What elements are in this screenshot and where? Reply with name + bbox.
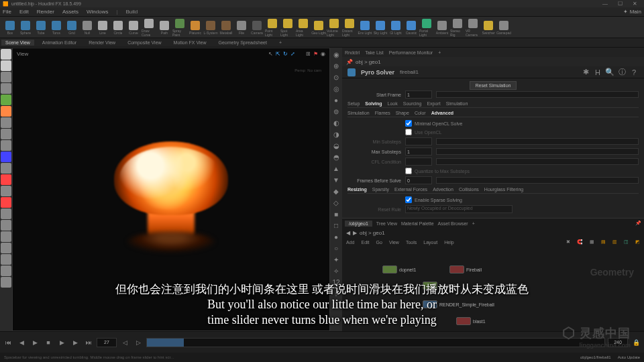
tab-simulation[interactable]: Simulation xyxy=(446,101,468,106)
tab-sourcing[interactable]: Sourcing xyxy=(403,101,422,106)
play-last-button[interactable]: ⏭ xyxy=(83,337,94,348)
play-stop-button[interactable]: ■ xyxy=(43,337,54,348)
help-icon[interactable]: ? xyxy=(629,68,639,77)
right-tool-8[interactable]: ◒ xyxy=(331,140,341,151)
net-tab-add[interactable]: + xyxy=(472,221,475,226)
minimize-button[interactable]: — xyxy=(598,1,612,7)
left-tool-1[interactable] xyxy=(1,60,11,71)
tab-sparsity[interactable]: Sparsity xyxy=(372,187,389,192)
tab-collisions[interactable]: Collisions xyxy=(459,187,479,192)
maximize-button[interactable]: ☐ xyxy=(613,1,627,7)
right-tool-2[interactable]: ⊙ xyxy=(331,72,341,82)
left-tool-9[interactable] xyxy=(1,152,11,162)
right-tool-1[interactable]: ⊕ xyxy=(331,60,341,71)
right-tool-18[interactable]: ✦ xyxy=(331,254,341,265)
tab-animation-editor[interactable]: Animation Editor xyxy=(38,40,80,46)
left-tool-10[interactable] xyxy=(1,163,11,174)
left-tool-6[interactable] xyxy=(1,117,11,128)
right-tool-19[interactable]: ✧ xyxy=(331,265,341,276)
max-substeps-input[interactable] xyxy=(405,147,432,156)
tab-advection[interactable]: Advection xyxy=(433,187,453,192)
left-tool-17[interactable] xyxy=(1,243,11,253)
shelf-file[interactable]: File xyxy=(234,18,249,37)
right-tool-10[interactable]: ▲ xyxy=(331,163,341,174)
net-view[interactable]: View xyxy=(389,240,399,245)
time-slider[interactable] xyxy=(146,338,605,347)
grid-icon[interactable]: ▦ xyxy=(590,239,594,245)
wrench-icon[interactable]: ✖ xyxy=(566,239,570,245)
tab-shape[interactable]: Shape xyxy=(396,111,409,115)
left-tool-14[interactable] xyxy=(1,208,11,219)
layout-icon[interactable]: ▥ xyxy=(612,239,617,245)
node-render_simple_fireball[interactable]: RENDER_Simple_Fireball xyxy=(423,300,494,308)
param-path[interactable]: obj > geo1 xyxy=(356,59,381,65)
list-icon[interactable]: ▤ xyxy=(601,239,606,245)
net-pin-icon[interactable]: 📌 xyxy=(635,221,641,226)
h-icon[interactable]: H xyxy=(593,68,602,77)
tab-advanced[interactable]: Advanced xyxy=(431,111,453,115)
net-layout[interactable]: Layout xyxy=(423,240,437,245)
tab-export[interactable]: Export xyxy=(427,101,440,106)
reset-simulation-button[interactable]: Reset Simulation xyxy=(470,81,517,90)
info-icon[interactable]: ⓘ xyxy=(617,68,627,77)
shelf-box[interactable]: Box xyxy=(3,18,17,37)
tab-setup[interactable]: Setup xyxy=(347,101,360,106)
left-tool-2[interactable] xyxy=(1,72,11,82)
shelf-l-system[interactable]: L-System xyxy=(203,18,218,37)
network-path[interactable]: obj > geo1 xyxy=(360,230,385,236)
shelf-spray-paint[interactable]: Spray Paint xyxy=(172,18,187,37)
shelf-ambient[interactable]: Ambient xyxy=(435,18,449,37)
shelf-gi-light[interactable]: GI Light xyxy=(388,18,403,37)
right-tool-9[interactable]: ◓ xyxy=(331,152,341,162)
node-name[interactable]: fireball1 xyxy=(400,69,419,75)
rotate-icon[interactable]: ↻ xyxy=(283,51,288,57)
tab-ext-forces[interactable]: External Forces xyxy=(394,187,427,192)
desktop-main[interactable]: ✦ Main xyxy=(623,9,641,15)
shelf-tube[interactable]: Tube xyxy=(34,18,48,37)
net-fwd-icon[interactable]: ▶ xyxy=(353,230,357,236)
menu-assets[interactable]: Assets xyxy=(62,9,78,15)
select-icon[interactable]: ↖ xyxy=(268,51,273,57)
right-tool-15[interactable]: □ xyxy=(331,220,341,231)
right-tool-17[interactable]: ○ xyxy=(331,243,341,253)
play-reverse-button[interactable]: ▶ xyxy=(30,337,40,348)
auto-update-toggle[interactable]: Auto Update xyxy=(618,355,640,359)
shelf-curve[interactable]: Curve xyxy=(126,18,141,37)
shelf-area-light[interactable]: Area Light xyxy=(296,18,311,37)
frames-before-input[interactable] xyxy=(405,176,432,184)
tab-perf-monitor[interactable]: Performance Monitor xyxy=(389,50,433,55)
right-tool-14[interactable]: ■ xyxy=(331,208,341,219)
tab-render-view[interactable]: Render View xyxy=(85,40,119,46)
net-tab-obj[interactable]: /obj/geo1 xyxy=(345,221,372,227)
shelf-circle[interactable]: Circle xyxy=(111,18,125,37)
view1-icon[interactable]: ◫ xyxy=(624,239,629,245)
shelf-point-light[interactable]: Point Light xyxy=(265,18,280,37)
tab-look[interactable]: Look xyxy=(388,101,398,106)
quantize-checkbox[interactable] xyxy=(405,168,412,174)
scale-icon[interactable]: ⤢ xyxy=(290,51,295,57)
reset-rule-value[interactable]: Newly Occupied or Deoccupied xyxy=(405,205,513,213)
shelf-env-light[interactable]: Env Light xyxy=(358,18,372,37)
right-tool-16[interactable]: ● xyxy=(331,231,341,242)
tab-composite-view[interactable]: Composite View xyxy=(123,40,165,46)
shelf-sky-light[interactable]: Sky Light xyxy=(373,18,388,37)
use-opencl-checkbox[interactable] xyxy=(405,129,412,135)
network-editor[interactable]: /obj/geo1 Tree View Material Palette Ass… xyxy=(342,218,644,331)
node-pyrobake[interactable]: pyrobake xyxy=(423,282,459,290)
shelf-gamepad[interactable]: Gamepad xyxy=(496,18,511,37)
tab-add-right[interactable]: + xyxy=(438,50,441,55)
menu-windows[interactable]: Windows xyxy=(87,9,108,15)
translate-icon[interactable]: ⇱ xyxy=(276,51,280,57)
left-tool-11[interactable] xyxy=(1,174,11,185)
prev-key-button[interactable]: ◁ xyxy=(119,337,130,348)
tab-add[interactable]: + xyxy=(275,40,286,46)
menu-render[interactable]: Render xyxy=(37,9,54,15)
shelf-switcher[interactable]: Switcher xyxy=(481,18,496,37)
right-tool-0[interactable]: ◉ xyxy=(331,49,341,60)
left-tool-16[interactable] xyxy=(1,231,11,242)
shelf-draw-curve[interactable]: Draw Curve xyxy=(142,18,156,37)
right-tool-21[interactable]: ↕ xyxy=(331,288,341,299)
start-frame-input[interactable] xyxy=(405,90,432,99)
display-icon[interactable]: ◉ xyxy=(321,51,325,57)
left-tool-13[interactable] xyxy=(1,197,11,208)
